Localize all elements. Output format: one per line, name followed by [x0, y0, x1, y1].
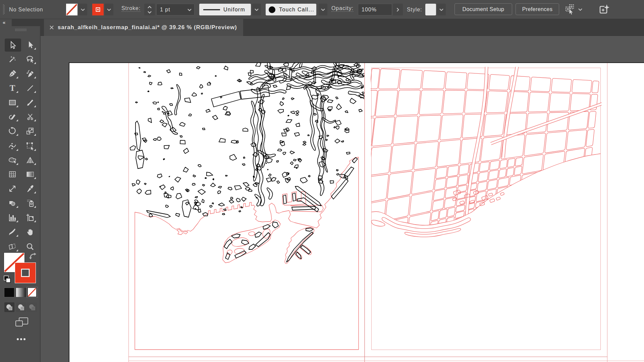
- svg-text:T: T: [10, 84, 15, 92]
